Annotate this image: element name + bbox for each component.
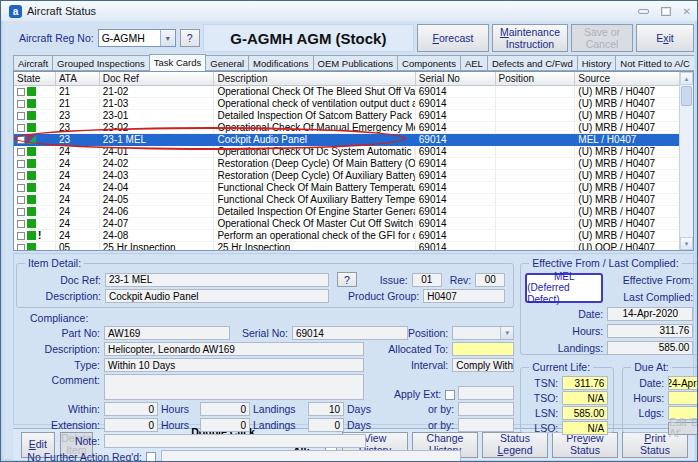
- row-checkbox[interactable]: [17, 88, 25, 96]
- chevron-down-icon: ▾: [500, 327, 513, 339]
- table-row[interactable]: 2424-05Functional Check Of Auxiliary Bat…: [14, 194, 679, 206]
- row-checkbox[interactable]: [17, 184, 25, 192]
- doc-ref-label: Doc Ref:: [17, 274, 105, 286]
- doc-ref-cell: 24-07: [100, 218, 215, 229]
- table-row[interactable]: 2323-02Operational Check Of Manual Emerg…: [14, 122, 679, 134]
- row-checkbox[interactable]: [17, 160, 25, 168]
- row-checkbox[interactable]: [17, 232, 25, 240]
- scroll-up-icon[interactable]: ▲: [680, 72, 693, 85]
- column-header-serial-no[interactable]: Serial No: [416, 72, 496, 85]
- forecast-button[interactable]: Forecast: [417, 24, 489, 52]
- scrollbar-track[interactable]: [680, 107, 693, 237]
- table-row[interactable]: 2424-04Functional Check Of Main Battery …: [14, 182, 679, 194]
- apply-ext-checkbox[interactable]: [445, 390, 455, 400]
- position-cell: [496, 218, 576, 229]
- preview-status-button[interactable]: PreviewStatus: [552, 432, 618, 458]
- tab-general[interactable]: General: [205, 55, 249, 71]
- tsn-field: 311.76: [562, 376, 608, 390]
- allocated-to-field[interactable]: [452, 342, 514, 356]
- maintenance-instruction-button[interactable]: MaintenanceInstruction: [492, 24, 568, 52]
- row-checkbox[interactable]: [17, 136, 25, 144]
- doc-ref-cell: 24-02: [100, 158, 215, 169]
- tab-modifications[interactable]: Modifications: [248, 55, 313, 71]
- row-checkbox[interactable]: [17, 112, 25, 120]
- description-cell: Restoration (Deep Cycle) Of Auxiliary Ba…: [214, 170, 415, 181]
- extension-or-by-field: [458, 418, 514, 432]
- row-checkbox[interactable]: [17, 100, 25, 108]
- row-checkbox[interactable]: [17, 244, 25, 251]
- table-row[interactable]: 2323-01Detailed Inspection Of Satcom Bat…: [14, 110, 679, 122]
- position-select[interactable]: ▾: [452, 326, 514, 340]
- table-row[interactable]: !2424-08Perform an operational check of …: [14, 230, 679, 242]
- row-checkbox[interactable]: [17, 196, 25, 204]
- source-cell: (U) MRB / H0407: [575, 230, 679, 241]
- serial-no-cell: 69014: [416, 218, 496, 229]
- position-cell: [496, 134, 576, 145]
- due-ldgs-label: Ldgs:: [628, 407, 664, 419]
- close-icon[interactable]: ✕: [683, 7, 691, 16]
- within-label: Within:: [16, 403, 104, 415]
- state-cell: [14, 194, 56, 205]
- aircraft-reg-combobox[interactable]: G-AGMH ▾: [98, 29, 176, 47]
- tab-aircraft[interactable]: Aircraft: [13, 55, 53, 71]
- tab-task-cards[interactable]: Task Cards: [149, 54, 207, 71]
- serial-no-cell: 69014: [416, 158, 496, 169]
- table-row[interactable]: 2424-06Detailed Inspection Of Engine Sta…: [14, 206, 679, 218]
- tab-ael[interactable]: AEL: [460, 55, 488, 71]
- mel-button-line2: (Deferred Defect): [527, 282, 601, 305]
- nfar-checkbox[interactable]: [146, 452, 156, 462]
- row-checkbox[interactable]: [17, 148, 25, 156]
- row-checkbox[interactable]: [17, 220, 25, 228]
- chevron-down-icon[interactable]: ▾: [160, 30, 175, 46]
- table-row[interactable]: 2424-03Restoration (Deep Cycle) Of Auxil…: [14, 170, 679, 182]
- due-date-field: 24-Apr-2020: [668, 376, 698, 390]
- table-row[interactable]: 2424-02Restoration (Deep Cycle) Of Main …: [14, 158, 679, 170]
- green-state-icon: [27, 171, 36, 180]
- column-header-position[interactable]: Position: [496, 72, 576, 85]
- description-cell: Functional Check Of Main Battery Tempera…: [214, 182, 415, 193]
- effective-date-label: Date:: [525, 308, 603, 320]
- tab-components[interactable]: Components: [397, 55, 461, 71]
- table-row[interactable]: 2424-01Operational Check Of Dc System Au…: [14, 146, 679, 158]
- doc-ref-cell: 24-06: [100, 206, 215, 217]
- maximize-icon[interactable]: [661, 7, 671, 16]
- effective-landings-field: 585.00: [607, 341, 693, 355]
- serial-no-cell: 69014: [416, 242, 496, 250]
- position-cell: [496, 110, 576, 121]
- help-button[interactable]: ?: [180, 29, 200, 47]
- row-checkbox[interactable]: [17, 124, 25, 132]
- lso-label: LSO:: [526, 422, 558, 434]
- tab-grouped-inspections[interactable]: Grouped Inspections: [52, 55, 150, 71]
- scroll-down-icon[interactable]: ▼: [680, 237, 693, 250]
- table-row[interactable]: 0525 Hr Inspection25 Hr Inspection69014(…: [14, 242, 679, 250]
- lsn-field: 585.00: [562, 406, 608, 420]
- doc-ref-help-button[interactable]: ?: [337, 272, 357, 287]
- table-row[interactable]: 2424-07Operational Check Of Master Cut O…: [14, 218, 679, 230]
- position-cell: [496, 194, 576, 205]
- source-cell: (U) MRB / H0407: [575, 110, 679, 121]
- column-header-state[interactable]: State: [14, 72, 56, 85]
- column-header-source[interactable]: Source: [575, 72, 679, 85]
- state-cell: [14, 122, 56, 133]
- column-header-ata[interactable]: ATA: [56, 72, 100, 85]
- green-state-icon: [27, 99, 36, 108]
- green-state-icon: [27, 195, 36, 204]
- source-cell: (U) OOP / H0407: [575, 242, 679, 250]
- vertical-scrollbar[interactable]: ▲ ▼: [679, 72, 693, 250]
- exit-button[interactable]: Exit: [636, 24, 694, 52]
- mel-deferred-defect-button[interactable]: MEL (Deferred Defect): [525, 273, 603, 303]
- tab-defects-and-c-fwd[interactable]: Defects and C/Fwd: [487, 55, 578, 71]
- column-header-description[interactable]: Description: [214, 72, 415, 85]
- green-state-icon: [27, 159, 36, 168]
- table-row[interactable]: 2121-02Operational Check Of The Bleed Sh…: [14, 86, 679, 98]
- table-row[interactable]: 2121-03Operational check of ventilation …: [14, 98, 679, 110]
- row-checkbox[interactable]: [17, 172, 25, 180]
- column-header-doc-ref[interactable]: Doc Ref: [100, 72, 215, 85]
- scrollbar-thumb[interactable]: [681, 86, 692, 106]
- minimize-icon[interactable]: [638, 9, 649, 14]
- tab-not-fitted-to-a-c[interactable]: Not Fitted to A/C: [615, 55, 694, 71]
- tab-history[interactable]: History: [577, 55, 617, 71]
- row-checkbox[interactable]: [17, 208, 25, 216]
- table-row[interactable]: 2323-1 MELCockpit Audio Panel69014MEL / …: [14, 134, 679, 146]
- tab-oem-publications[interactable]: OEM Publications: [313, 55, 399, 71]
